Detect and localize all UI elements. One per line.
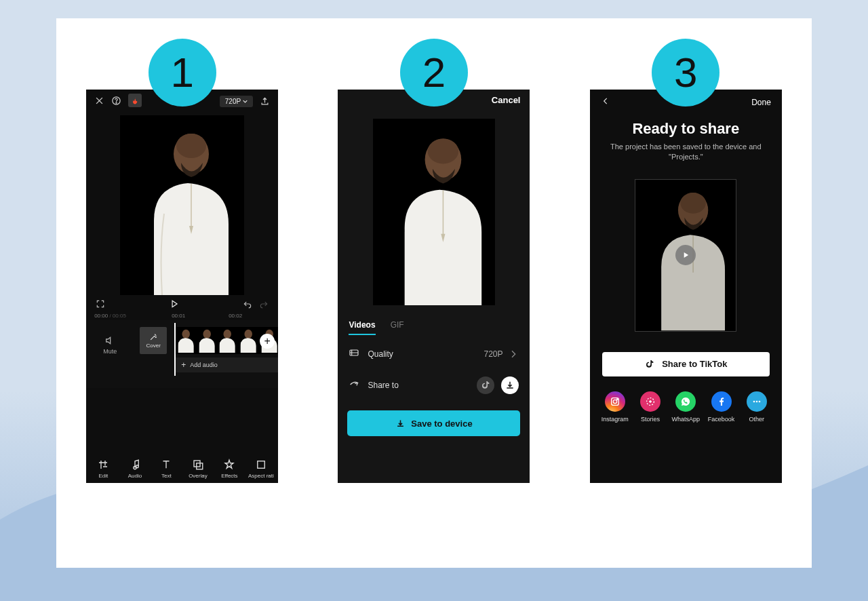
export-icon[interactable]	[260, 96, 270, 106]
tool-aspect[interactable]: Aspect rati	[246, 459, 276, 479]
share-download-icon[interactable]	[501, 376, 519, 394]
timeline[interactable]: Mute Cover + + Add audio	[86, 320, 278, 388]
time-readout: 00:00 / 00:05 00:01 00:02	[86, 311, 278, 320]
svg-point-19	[428, 138, 458, 163]
svg-point-7	[203, 330, 210, 338]
svg-point-11	[244, 330, 252, 338]
quality-value: 720P	[484, 349, 502, 359]
svg-point-29	[758, 400, 760, 402]
tiktok-icon	[644, 359, 655, 370]
quality-row[interactable]: Quality 720P	[338, 339, 530, 368]
tutorial-panel: 1 720P	[56, 18, 812, 568]
instagram-icon	[605, 391, 625, 412]
svg-point-1	[116, 102, 117, 103]
resolution-dropdown[interactable]: 720P	[220, 96, 253, 107]
save-button-label: Save to device	[411, 419, 472, 429]
back-icon[interactable]	[601, 96, 610, 108]
toolbar: Edit Audio Text Overlay Effects	[86, 453, 278, 483]
share-targets: Instagram Stories WhatsApp	[590, 376, 782, 423]
share-tiktok-icon[interactable]	[477, 376, 494, 394]
svg-point-9	[224, 330, 231, 338]
svg-point-25	[616, 399, 618, 400]
share-subtitle: The project has been saved to the device…	[590, 142, 782, 163]
add-audio-button[interactable]: + Add audio	[174, 357, 278, 372]
editor-screen: 720P	[86, 90, 278, 483]
svg-point-28	[755, 400, 757, 402]
quality-label: Quality	[368, 349, 393, 359]
resolution-label: 720P	[225, 98, 241, 105]
video-preview	[120, 115, 244, 295]
whatsapp-icon	[675, 391, 696, 412]
tool-effects[interactable]: Effects	[214, 459, 244, 479]
share-to-tiktok-button[interactable]: Share to TikTok	[602, 352, 770, 376]
step-badge-1: 1	[149, 39, 216, 106]
flame-icon[interactable]	[128, 94, 142, 107]
tool-text[interactable]: Text	[151, 459, 181, 479]
mute-icon[interactable]	[93, 335, 127, 346]
redo-icon[interactable]	[259, 299, 269, 310]
svg-point-27	[753, 400, 755, 402]
stories-icon	[640, 391, 660, 412]
undo-icon[interactable]	[243, 299, 252, 310]
step-2: 2 Cancel Videos GIF	[338, 39, 530, 483]
done-button[interactable]: Done	[751, 98, 771, 107]
cover-label: Cover	[146, 343, 160, 349]
svg-rect-15	[194, 461, 200, 467]
cancel-button[interactable]: Cancel	[492, 95, 521, 105]
svg-point-14	[136, 465, 138, 468]
svg-point-5	[182, 330, 190, 338]
quality-icon	[349, 347, 359, 360]
play-icon[interactable]	[675, 245, 696, 265]
export-tabs: Videos GIF	[338, 305, 530, 339]
step-1: 1 720P	[86, 39, 278, 483]
tool-audio[interactable]: Audio	[120, 459, 150, 479]
playhead[interactable]	[174, 323, 176, 376]
tool-edit[interactable]: Edit	[88, 459, 118, 479]
tool-overlay[interactable]: Overlay	[183, 459, 213, 479]
step-badge-2: 2	[400, 39, 468, 106]
close-icon[interactable]	[94, 96, 104, 106]
share-label: Share to	[368, 381, 398, 390]
player-controls	[86, 295, 278, 311]
fullscreen-icon[interactable]	[96, 299, 105, 310]
step-3: 3 Done Ready to share The project has be…	[590, 39, 782, 483]
more-icon	[747, 391, 767, 412]
add-audio-label: Add audio	[190, 362, 218, 368]
mute-label: Mute	[93, 348, 127, 355]
share-tiktok-label: Share to TikTok	[662, 359, 727, 369]
save-to-device-button[interactable]: Save to device	[347, 410, 520, 436]
tab-videos[interactable]: Videos	[349, 320, 375, 335]
export-preview	[373, 119, 495, 305]
share-screen: Done Ready to share The project has been…	[590, 90, 782, 483]
saved-video-thumbnail[interactable]	[635, 179, 736, 332]
share-facebook[interactable]: Facebook	[706, 391, 737, 423]
svg-point-3	[176, 134, 206, 158]
tab-gif[interactable]: GIF	[391, 320, 404, 335]
share-title: Ready to share	[590, 120, 782, 138]
svg-point-22	[681, 193, 707, 214]
svg-rect-17	[258, 461, 265, 469]
svg-rect-16	[197, 463, 203, 469]
share-other[interactable]: Other	[741, 391, 772, 423]
share-stories[interactable]: Stories	[635, 391, 666, 423]
svg-point-24	[613, 400, 616, 403]
share-row: Share to	[338, 368, 530, 402]
person-illustration	[134, 125, 235, 295]
help-icon[interactable]	[111, 96, 121, 106]
export-screen: Cancel Videos GIF	[338, 90, 530, 483]
cover-button[interactable]: Cover	[140, 327, 167, 354]
play-button[interactable]	[170, 299, 179, 310]
share-whatsapp[interactable]: WhatsApp	[670, 391, 701, 423]
share-icon	[349, 379, 359, 392]
share-instagram[interactable]: Instagram	[599, 391, 631, 423]
add-clip-button[interactable]: +	[260, 334, 275, 349]
facebook-icon	[711, 391, 732, 412]
step-badge-3: 3	[652, 39, 719, 106]
